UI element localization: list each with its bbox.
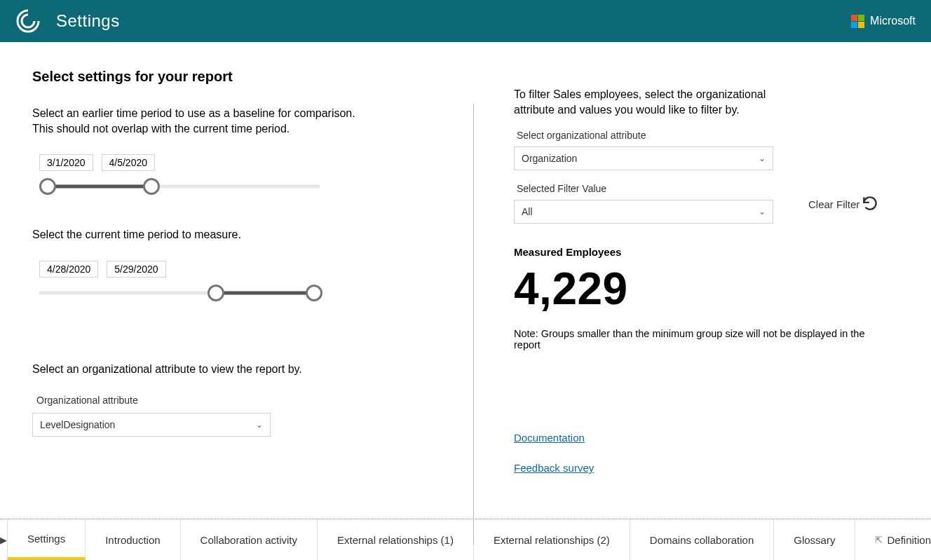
- tab-external-relationships-1[interactable]: External relationships (1): [318, 519, 474, 560]
- filter-org-attr-label: Select organizational attribute: [517, 130, 917, 141]
- filter-value-value: All: [522, 206, 533, 217]
- baseline-slider-thumb-start[interactable]: [39, 178, 56, 195]
- baseline-end-date[interactable]: 4/5/2020: [102, 154, 156, 171]
- tab-glossary[interactable]: Glossary: [774, 519, 855, 560]
- group-size-note: Note: Groups smaller than the minimum gr…: [514, 328, 892, 350]
- clear-filter-label: Clear Filter: [808, 198, 859, 210]
- measured-employees-label: Measured Employees: [514, 246, 917, 258]
- microsoft-logo-icon: [851, 15, 864, 28]
- microsoft-brand-text: Microsoft: [870, 15, 916, 27]
- filter-org-attr-select[interactable]: Organization ⌄: [514, 146, 773, 170]
- baseline-slider-thumb-end[interactable]: [143, 178, 160, 195]
- tab-settings[interactable]: Settings: [8, 519, 86, 560]
- current-range-slider[interactable]: [39, 287, 320, 299]
- chevron-down-icon: ⌄: [256, 420, 263, 430]
- filter-intro-text: To filter Sales employees, select the or…: [514, 87, 766, 117]
- org-attribute-description: Select an organizational attribute to vi…: [32, 362, 431, 377]
- org-attribute-select[interactable]: LevelDesignation ⌄: [32, 413, 271, 437]
- measured-employees-value: 4,229: [514, 266, 917, 311]
- tab-definition[interactable]: ⇱ Definition T: [855, 519, 931, 560]
- page-tabs: ▶ Settings Introduction Collaboration ac…: [0, 519, 931, 560]
- current-period-description: Select the current time period to measur…: [32, 227, 431, 243]
- filter-value-label: Selected Filter Value: [517, 183, 917, 194]
- tab-introduction[interactable]: Introduction: [86, 519, 180, 560]
- current-slider-thumb-start[interactable]: [208, 285, 224, 301]
- org-attribute-label: Organizational attribute: [36, 395, 431, 406]
- filter-value-select[interactable]: All ⌄: [514, 200, 773, 224]
- page-title: Settings: [56, 11, 120, 31]
- baseline-start-date[interactable]: 3/1/2020: [39, 154, 93, 171]
- baseline-period-description: Select an earlier time period to use as …: [32, 106, 431, 136]
- current-end-date[interactable]: 5/29/2020: [107, 261, 165, 278]
- tab-collaboration-activity[interactable]: Collaboration activity: [181, 519, 318, 560]
- clear-filter-button[interactable]: Clear Filter: [808, 195, 879, 213]
- current-slider-thumb-end[interactable]: [306, 285, 322, 301]
- chevron-down-icon: ⌄: [759, 153, 766, 163]
- org-attribute-value: LevelDesignation: [40, 419, 115, 430]
- baseline-range-slider[interactable]: [39, 181, 320, 192]
- tabs-expand-button[interactable]: ▶: [0, 519, 8, 560]
- tab-external-relationships-2[interactable]: External relationships (2): [474, 519, 630, 560]
- settings-heading: Select settings for your report: [32, 69, 431, 85]
- tab-domains-collaboration[interactable]: Domains collaboration: [630, 519, 774, 560]
- feedback-survey-link[interactable]: Feedback survey: [514, 462, 594, 474]
- app-logo-icon: [15, 8, 41, 34]
- filter-org-attr-value: Organization: [522, 153, 577, 164]
- current-start-date[interactable]: 4/28/2020: [39, 261, 98, 278]
- microsoft-brand: Microsoft: [851, 15, 916, 28]
- undo-icon: [861, 195, 879, 213]
- pin-icon: ⇱: [875, 535, 883, 545]
- documentation-link[interactable]: Documentation: [514, 432, 585, 444]
- chevron-down-icon: ⌄: [759, 207, 766, 217]
- top-bar: Settings Microsoft: [0, 0, 931, 42]
